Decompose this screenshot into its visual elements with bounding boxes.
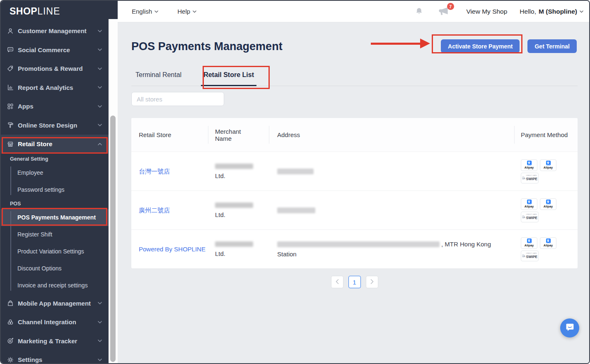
indent-line <box>10 166 11 195</box>
retail-store-table: Retail Store Merchant Name Address Payme… <box>131 118 578 268</box>
sidebar-item-label: POS Payments Management <box>17 214 96 221</box>
address-visible-text: , MTR Hong Kong <box>441 239 491 249</box>
redacted-address <box>277 169 314 174</box>
sidebar-item-retail-store[interactable]: Retail Store <box>1 135 109 154</box>
alipay-logo-icon: 支 <box>546 200 551 204</box>
sidebar-scrollbar-thumb[interactable] <box>110 116 116 362</box>
sidebar-item-product-variation-settings[interactable]: Product Variation Settings <box>1 243 109 260</box>
table-row: 廣州二號店 Ltd. 支 Alipay 支 <box>131 190 578 229</box>
sidebar-item-invoice-receipt-settings[interactable]: Invoice and receipt settings <box>1 277 109 294</box>
sidebar-section-general-setting: General Setting <box>1 154 109 164</box>
sidebar-item-label: Discount Options <box>17 265 62 272</box>
sidebar-nav: Customer Management Social Commerce Prom… <box>1 22 109 364</box>
storefront-icon <box>7 140 14 148</box>
sidebar-item-label: Employee <box>17 169 43 176</box>
page-title: POS Payments Management <box>131 39 441 53</box>
payment-chip-alipay: 支 Alipay <box>521 237 537 249</box>
sidebar-item-label: Online Store Design <box>18 122 98 129</box>
chat-bubble-icon <box>565 322 575 334</box>
column-header-payment-method: Payment Method <box>514 118 578 152</box>
payment-chip-alipay: 支 Alipay <box>540 198 556 210</box>
person-icon <box>7 27 14 35</box>
pagination-prev-button[interactable] <box>331 276 343 288</box>
payment-chip-alipay: 支 Alipay <box>521 198 537 210</box>
chevron-down-icon <box>98 340 102 342</box>
language-label: English <box>132 8 152 15</box>
get-terminal-button[interactable]: Get Terminal <box>527 39 577 53</box>
sidebar-item-register-shift[interactable]: Register Shift <box>1 226 109 243</box>
payment-chip-alipay: 支 Alipay <box>521 159 537 171</box>
sidebar-item-customer-management[interactable]: Customer Management <box>1 22 109 41</box>
alipay-logo-icon: 支 <box>527 161 532 165</box>
announcements-megaphone-icon[interactable]: 7 <box>438 6 450 17</box>
store-link[interactable]: Powered By SHOPLINE <box>139 246 206 253</box>
sidebar-item-apps[interactable]: Apps <box>1 97 109 116</box>
notification-bell-icon[interactable] <box>415 7 423 16</box>
sidebar-subgroup-general-setting: Employee Password settings <box>1 164 109 198</box>
chevron-down-icon <box>193 10 196 13</box>
merchant-name-suffix: Ltd. <box>215 250 258 257</box>
sidebar-item-report-analytics[interactable]: Report & Analytics <box>1 78 109 97</box>
tab-bar: Terminal Rental Retail Store List <box>131 65 578 86</box>
apps-icon <box>7 103 14 110</box>
sidebar-item-settings[interactable]: Settings <box>1 350 109 364</box>
tab-terminal-rental[interactable]: Terminal Rental <box>131 71 186 86</box>
indent-line <box>10 211 11 291</box>
sidebar-item-marketing-tracker[interactable]: Marketing & Tracker <box>1 332 109 351</box>
gear-icon <box>7 356 14 364</box>
shopline-logo: SHOPLINE <box>1 1 118 22</box>
sidebar-item-pos-payments-management[interactable]: POS Payments Management <box>1 209 109 226</box>
sidebar-item-label: Password settings <box>17 186 65 193</box>
redacted-address <box>277 241 440 247</box>
store-link[interactable]: 廣州二號店 <box>139 207 170 214</box>
chevron-down-icon <box>98 105 102 108</box>
sidebar-scrollbar-track[interactable] <box>109 19 118 363</box>
chevron-down-icon <box>98 302 102 304</box>
help-dropdown[interactable]: Help <box>177 8 196 15</box>
store-link[interactable]: 台灣一號店 <box>139 168 170 175</box>
activate-store-payment-button[interactable]: Activate Store Payment <box>441 39 520 53</box>
sidebar-item-label: Promotions & Reward <box>18 65 98 72</box>
account-menu[interactable]: Hello, M (Shopline) <box>520 8 583 15</box>
sidebar-item-mobile-app-management[interactable]: Mobile App Management <box>1 294 109 313</box>
table-header-row: Retail Store Merchant Name Address Payme… <box>131 118 578 152</box>
store-filter-input[interactable] <box>131 92 224 106</box>
table-row: 台灣一號店 Ltd. 支 Alipay 支 <box>131 152 578 190</box>
view-my-shop-link[interactable]: View My Shop <box>467 8 508 15</box>
account-name: M (Shopline) <box>539 8 577 15</box>
pagination-page-1-button[interactable]: 1 <box>348 276 361 288</box>
chevron-down-icon <box>98 321 102 323</box>
redacted-merchant-name <box>215 202 253 208</box>
chevron-down-icon <box>98 359 102 361</box>
app-window: SHOPLINE Customer Management Social Comm… <box>0 0 590 364</box>
payment-chip-alipay: 支 Alipay <box>540 159 556 171</box>
pagination-next-button[interactable] <box>366 276 378 288</box>
sidebar-item-channel-integration[interactable]: Channel Integration <box>1 313 109 332</box>
shopping-bag-icon <box>7 299 14 307</box>
column-header-address: Address <box>269 118 514 152</box>
target-icon <box>7 337 14 345</box>
sidebar-item-online-store-design[interactable]: Online Store Design <box>1 116 109 135</box>
sidebar-item-promotions-reward[interactable]: Promotions & Reward <box>1 59 109 78</box>
language-dropdown[interactable]: English <box>132 8 158 15</box>
tag-icon <box>7 65 14 72</box>
alipay-logo-icon: 支 <box>546 161 551 165</box>
merchant-name-suffix: Ltd. <box>215 172 258 179</box>
chat-support-button[interactable] <box>560 318 579 337</box>
sidebar-item-discount-options[interactable]: Discount Options <box>1 260 109 277</box>
chevron-down-icon <box>98 30 102 32</box>
card-terminal-icon <box>522 214 525 220</box>
chart-icon <box>7 84 14 91</box>
chevron-up-icon <box>98 143 102 145</box>
chevron-down-icon <box>155 10 158 13</box>
sidebar-item-password-settings[interactable]: Password settings <box>1 181 109 198</box>
merchant-name-suffix: Ltd. <box>215 211 258 218</box>
chevron-right-icon <box>370 278 374 286</box>
sidebar-item-employee[interactable]: Employee <box>1 164 109 181</box>
chevron-down-icon <box>580 10 583 13</box>
sidebar-item-social-commerce[interactable]: Social Commerce <box>1 41 109 60</box>
paint-roller-icon <box>7 121 14 129</box>
card-terminal-icon <box>522 253 525 259</box>
tab-retail-store-list[interactable]: Retail Store List <box>199 71 258 86</box>
redacted-address <box>277 207 315 213</box>
